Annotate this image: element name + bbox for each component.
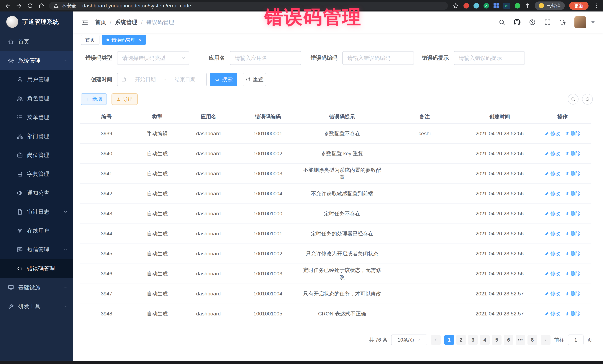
search-icon[interactable] [498, 19, 505, 26]
error-hint-input[interactable] [454, 51, 525, 65]
error-code-table: 编号 类型 应用名 错误码编码 错误码提示 备注 创建时间 操作 3939 手动… [80, 110, 591, 324]
extension-icon[interactable] [464, 3, 469, 9]
edit-link[interactable]: 修改 [545, 130, 560, 137]
extensions-pin-icon[interactable] [525, 3, 530, 9]
page-size-select[interactable]: 10条/页 [391, 334, 427, 345]
sidebar-item-label: 角色管理 [27, 95, 68, 102]
delete-link[interactable]: 删除 [565, 130, 580, 137]
add-button[interactable]: 新增 [81, 93, 107, 105]
toggle-search-button[interactable] [568, 94, 579, 105]
extension-icon[interactable] [474, 3, 479, 9]
page-button[interactable]: 2 [456, 335, 466, 345]
cell-type: 自动生成 [133, 290, 181, 297]
home-icon [8, 39, 14, 45]
edit-icon [545, 191, 549, 196]
page-button[interactable]: 6 [504, 335, 513, 345]
delete-link[interactable]: 删除 [565, 210, 580, 217]
font-size-icon[interactable] [559, 19, 566, 26]
browser-back-icon[interactable] [4, 2, 11, 9]
edit-link[interactable]: 修改 [545, 230, 560, 237]
cell-app: dashboard [181, 290, 235, 297]
sidebar-item[interactable]: 字典管理 [0, 165, 73, 184]
cell-code: 1001001005 [235, 310, 300, 317]
sidebar-item[interactable]: 短信管理 [0, 240, 73, 259]
sidebar-item[interactable]: 在线用户 [0, 221, 73, 240]
edit-link[interactable]: 修改 [545, 250, 560, 257]
sidebar-item[interactable]: 审计日志 [0, 202, 73, 221]
user-avatar[interactable] [574, 16, 586, 28]
page-button[interactable]: 5 [492, 335, 501, 345]
edit-link[interactable]: 修改 [545, 170, 560, 177]
tab-error-code[interactable]: 错误码管理 × [102, 35, 146, 45]
update-button[interactable]: 更新 [569, 2, 589, 10]
edit-link[interactable]: 修改 [545, 210, 560, 217]
sidebar-item[interactable]: 菜单管理 [0, 108, 73, 127]
browser-reload-icon[interactable] [27, 2, 33, 9]
prev-page-button[interactable] [431, 335, 441, 345]
delete-link[interactable]: 删除 [565, 310, 580, 317]
sidebar-item[interactable]: 错误码管理 [0, 259, 73, 278]
delete-link[interactable]: 删除 [565, 290, 580, 297]
delete-link[interactable]: 删除 [565, 190, 580, 197]
sidebar-item[interactable]: 系统管理 [0, 51, 73, 70]
chevron-down-icon [63, 285, 68, 290]
browser-home-icon[interactable] [38, 2, 45, 9]
browser-forward-icon[interactable] [16, 2, 22, 9]
breadcrumb-system[interactable]: 系统管理 [115, 19, 137, 26]
cell-message: 参数配置不存在 [300, 130, 384, 137]
sidebar-item[interactable]: 首页 [0, 32, 73, 51]
sidebar-item[interactable]: 角色管理 [0, 89, 73, 108]
close-icon[interactable]: × [138, 37, 141, 43]
bookmark-star-icon[interactable] [452, 2, 459, 9]
extension-grid-icon[interactable] [494, 3, 499, 8]
page-button[interactable]: 1 [444, 335, 454, 345]
sidebar-item[interactable]: 岗位管理 [0, 146, 73, 165]
sidebar-item[interactable]: 研发工具 [0, 297, 73, 316]
delete-link[interactable]: 删除 [565, 170, 580, 177]
caret-down-icon[interactable] [591, 21, 595, 23]
reset-button[interactable]: 重置 [243, 73, 266, 86]
error-type-select[interactable] [117, 51, 189, 65]
address-bar[interactable]: 不安全 dashboard.yudao.iocoder.cn/system/er… [49, 2, 448, 10]
error-type-select-input[interactable] [117, 51, 189, 65]
cell-code: 1001001001 [235, 230, 300, 237]
refresh-button[interactable] [582, 94, 593, 105]
tab-home[interactable]: 首页 [81, 35, 99, 45]
page-button[interactable]: 8 [527, 335, 537, 345]
help-icon[interactable] [529, 19, 536, 26]
delete-link[interactable]: 删除 [565, 250, 580, 257]
page-button[interactable]: 4 [480, 335, 490, 345]
app-name-input[interactable] [230, 51, 301, 65]
edit-link[interactable]: 修改 [545, 190, 560, 197]
next-page-button[interactable] [541, 335, 550, 345]
extension-on-badge[interactable]: on [503, 3, 510, 9]
goto-page-input[interactable] [568, 334, 583, 345]
edit-link[interactable]: 修改 [545, 310, 560, 317]
delete-link[interactable]: 删除 [565, 230, 580, 237]
error-code-input[interactable] [342, 51, 414, 65]
kebab-menu-icon[interactable] [593, 2, 600, 9]
paused-badge[interactable]: 已暂停 [535, 1, 565, 10]
delete-link[interactable]: 删除 [565, 270, 580, 277]
date-range-picker[interactable]: 开始日期 - 结束日期 [117, 73, 207, 86]
page-button[interactable]: 3 [468, 335, 478, 345]
extension-icon[interactable]: ✓ [484, 3, 489, 9]
logo[interactable]: 芋道管理系统 [0, 11, 73, 32]
menu-fold-icon[interactable] [81, 19, 89, 26]
page-ellipsis[interactable]: ••• [516, 335, 525, 345]
sidebar-item[interactable]: 基础设施 [0, 278, 73, 297]
search-button[interactable]: 搜索 [210, 73, 237, 86]
sidebar-item[interactable]: 通知公告 [0, 184, 73, 202]
cell-id: 3939 [80, 130, 133, 137]
delete-link[interactable]: 删除 [565, 150, 580, 157]
sidebar-item[interactable]: 用户管理 [0, 70, 73, 89]
github-icon[interactable] [514, 19, 521, 26]
sidebar-item[interactable]: 部门管理 [0, 127, 73, 146]
fullscreen-icon[interactable] [544, 19, 551, 26]
edit-link[interactable]: 修改 [545, 270, 560, 277]
edit-link[interactable]: 修改 [545, 290, 560, 297]
extension-icon[interactable] [515, 3, 520, 9]
breadcrumb-home[interactable]: 首页 [95, 19, 106, 26]
edit-link[interactable]: 修改 [545, 150, 560, 157]
export-button[interactable]: 导出 [112, 93, 138, 105]
